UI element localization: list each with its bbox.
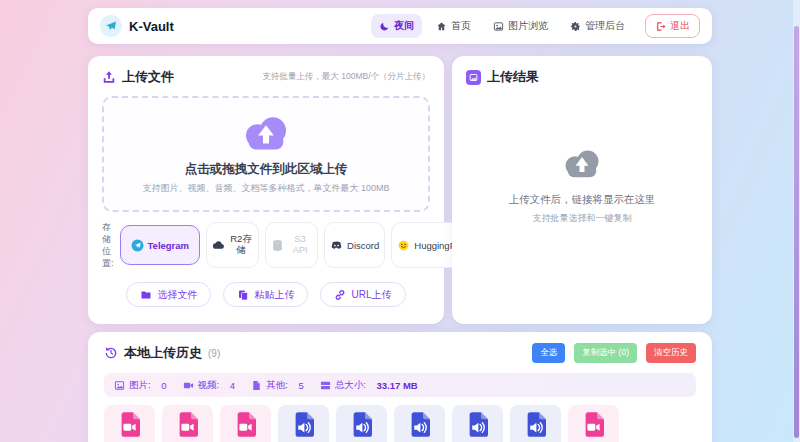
file-card[interactable]: MP4 <box>220 405 271 442</box>
paste-upload-button[interactable]: 粘贴上传 <box>223 282 308 307</box>
nav-logout[interactable]: 退出 <box>645 14 700 38</box>
history-panel-title: 本地上传历史 <box>124 344 202 362</box>
file-card[interactable]: MP3 <box>510 405 561 442</box>
gear-icon <box>570 21 581 32</box>
file-type-icon <box>583 412 604 437</box>
cloud-icon <box>212 239 225 252</box>
select-all-button[interactable]: 全选 <box>532 343 565 363</box>
stat-images: 图片: 0 <box>114 379 167 392</box>
storage-stat-icon <box>320 380 331 391</box>
file-type-icon <box>235 412 256 437</box>
upload-actions: 选择文件 粘贴上传 URL上传 <box>102 282 430 307</box>
choose-file-button[interactable]: 选择文件 <box>126 282 211 307</box>
app-header: K-Vault 夜间 首页 图片浏览 管理后台 退出 <box>88 8 712 44</box>
upload-panel: 上传文件 支持批量上传，最大 100MB/个（分片上传） 点击或拖拽文件到此区域… <box>88 56 444 324</box>
storage-option-s3[interactable]: S3 API <box>265 222 318 268</box>
copy-selected-button[interactable]: 复制选中 (0) <box>574 343 637 363</box>
file-card[interactable]: MP3 <box>336 405 387 442</box>
app-title: K-Vault <box>129 19 174 34</box>
storage-label: 存储位置: <box>102 221 114 270</box>
file-stat-icon <box>251 380 262 391</box>
file-card[interactable]: MP3 <box>278 405 329 442</box>
result-panel: 上传结果 上传文件后，链接将显示在这里 支持批量选择和一键复制 <box>452 56 712 324</box>
file-dropzone[interactable]: 点击或拖拽文件到此区域上传 支持图片、视频、音频、文档等多种格式，单文件最大 1… <box>102 96 430 212</box>
cloud-upload-icon <box>238 113 294 153</box>
image-icon <box>493 21 504 32</box>
file-type-icon <box>525 412 546 437</box>
history-clock-icon <box>104 346 118 360</box>
url-upload-button[interactable]: URL上传 <box>320 282 405 307</box>
file-type-icon <box>351 412 372 437</box>
scrollbar-thumb[interactable] <box>794 26 799 438</box>
telegram-icon <box>131 239 144 252</box>
result-panel-title: 上传结果 <box>487 68 539 86</box>
link-icon <box>334 289 346 301</box>
main-nav: 夜间 首页 图片浏览 管理后台 退出 <box>371 14 700 38</box>
nav-home[interactable]: 首页 <box>428 14 479 38</box>
file-type-icon <box>409 412 430 437</box>
stat-total-size: 总大小: 33.17 MB <box>320 379 418 392</box>
stat-others: 其他: 5 <box>251 379 304 392</box>
file-card[interactable]: MP3 <box>394 405 445 442</box>
dropzone-subtitle: 支持图片、视频、音频、文档等多种格式，单文件最大 100MB <box>142 182 389 195</box>
home-icon <box>436 21 447 32</box>
app-logo[interactable]: K-Vault <box>100 15 174 37</box>
storage-selector: 存储位置: Telegram R2存储 S3 API Discord Huggi… <box>102 222 430 268</box>
file-card[interactable]: MP4 <box>568 405 619 442</box>
clear-history-button[interactable]: 清空历史 <box>646 343 696 363</box>
upload-limit-hint: 支持批量上传，最大 100MB/个（分片上传） <box>262 71 430 83</box>
clipboard-icon <box>237 289 249 301</box>
result-image-icon <box>466 70 481 85</box>
result-empty-state: 上传文件后，链接将显示在这里 支持批量选择和一键复制 <box>466 86 698 286</box>
file-card[interactable]: MP4 <box>162 405 213 442</box>
storage-option-r2[interactable]: R2存储 <box>206 222 259 268</box>
dropzone-title: 点击或拖拽文件到此区域上传 <box>185 161 348 178</box>
upload-tray-icon <box>102 70 116 84</box>
history-stats-bar: 图片: 0 视频: 4 其他: 5 总大小: 33.17 MB <box>104 373 696 397</box>
nav-admin[interactable]: 管理后台 <box>562 14 633 38</box>
cloud-upload-gray-icon <box>559 147 605 180</box>
moon-icon <box>379 21 390 32</box>
file-type-icon <box>177 412 198 437</box>
file-type-icon <box>293 412 314 437</box>
stat-videos: 视频: 4 <box>183 379 236 392</box>
discord-icon <box>330 239 343 252</box>
history-count: (9) <box>208 348 220 359</box>
file-type-icon <box>119 412 140 437</box>
history-panel: 本地上传历史 (9) 全选 复制选中 (0) 清空历史 图片: 0 视频: 4 … <box>88 332 712 442</box>
image-stat-icon <box>114 380 125 391</box>
page-scrollbar[interactable] <box>793 0 800 442</box>
database-icon <box>271 239 284 252</box>
nav-night-mode[interactable]: 夜间 <box>371 14 422 38</box>
file-card[interactable]: MP4 <box>104 405 155 442</box>
storage-option-discord[interactable]: Discord <box>324 222 385 268</box>
file-card[interactable]: MP3 <box>452 405 503 442</box>
video-stat-icon <box>183 380 194 391</box>
huggingface-icon <box>397 239 410 252</box>
file-type-icon <box>467 412 488 437</box>
upload-panel-title: 上传文件 <box>122 68 174 86</box>
folder-icon <box>140 289 152 301</box>
result-empty-subtitle: 支持批量选择和一键复制 <box>533 212 632 225</box>
paper-plane-logo-icon <box>100 15 122 37</box>
history-files-row: MP4 MP4 MP4 MP3 <box>104 405 696 442</box>
storage-option-telegram[interactable]: Telegram <box>120 225 201 265</box>
logout-icon <box>655 21 666 32</box>
nav-image-browse[interactable]: 图片浏览 <box>485 14 556 38</box>
result-empty-title: 上传文件后，链接将显示在这里 <box>509 193 656 207</box>
